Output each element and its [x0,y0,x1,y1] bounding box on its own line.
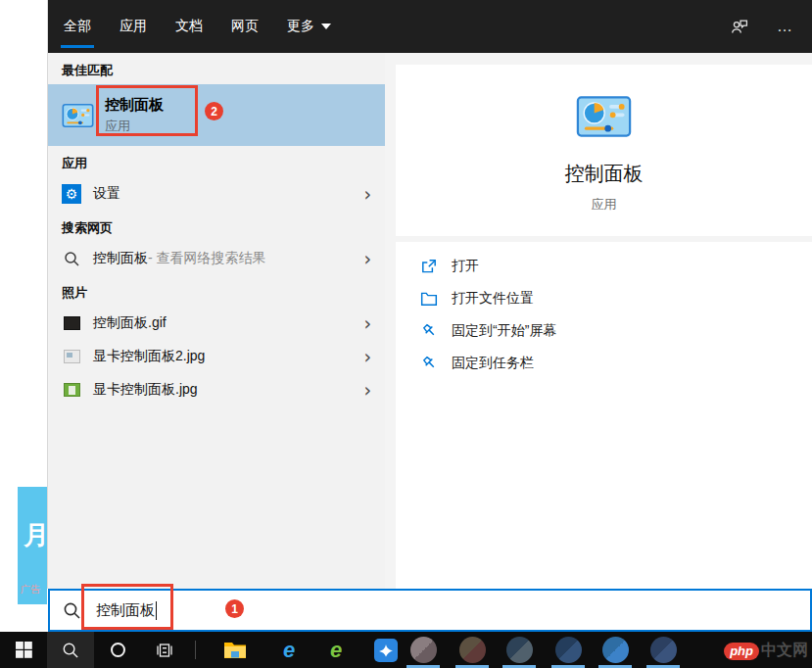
tab-more[interactable]: 更多 [287,0,331,53]
taskbar-separator [195,641,196,659]
ie-browser-icon: e [283,640,295,661]
task-view-icon [156,642,173,659]
cortana-button[interactable] [94,632,141,668]
result-detail-pane: 控制面板 应用 打开 [385,53,812,589]
filter-tabs: 全部 应用 文档 网页 更多 [64,0,331,53]
file-explorer-button[interactable] [212,632,259,668]
pin-icon [420,355,438,372]
detail-actions-card: 打开 打开文件位置 [396,242,812,589]
app-circle-icon [602,637,629,663]
chevron-down-icon [321,24,331,29]
result-photo-1[interactable]: 控制面板.gif › [48,307,385,340]
pinned-app-3[interactable] [496,632,543,668]
php-cn-watermark: php 中文网 [724,641,808,661]
search-icon [63,601,81,620]
tab-web[interactable]: 网页 [231,0,259,53]
photo-thumbnail-dark [62,316,81,330]
result-photo-3[interactable]: 显卡控制面板.jpg › [48,373,385,406]
folder-icon [420,290,438,308]
task-view-button[interactable] [141,632,188,668]
search-icon [62,642,79,659]
app-circle-icon [410,637,437,663]
chevron-right-icon[interactable]: › [363,187,371,201]
result-photo-2[interactable]: 显卡控制面板2.jpg › [48,340,385,373]
search-icon [62,251,81,267]
annotation-box-search-input [81,584,173,630]
cortana-circle-icon [111,643,125,657]
chevron-right-icon[interactable]: › [363,383,371,397]
action-pin-to-start[interactable]: 固定到“开始”屏幕 [396,314,812,347]
thunder-bird-icon [374,639,398,662]
taskbar: e e [0,632,812,668]
app-circle-icon [459,637,486,663]
section-header-apps: 应用 [48,146,385,177]
windows-logo-icon [16,642,32,658]
feedback-user-icon[interactable] [730,17,749,36]
photo-thumbnail-light [62,350,81,363]
pinned-app-5[interactable] [592,632,639,668]
annotation-box-best-match [96,85,198,136]
app-circle-icon [650,637,677,663]
taskbar-search-button[interactable] [47,632,94,668]
settings-gear-icon: ⚙ [62,184,81,204]
ie-browser-button[interactable]: e [265,632,312,668]
php-logo: php [724,643,759,660]
result-settings[interactable]: ⚙ 设置 › [48,177,385,211]
photo-thumbnail-green [62,383,81,397]
more-options-icon[interactable]: … [777,22,794,31]
pinned-app-6[interactable] [640,632,687,668]
detail-app-type: 应用 [592,196,617,214]
start-button[interactable] [0,632,47,668]
action-open-file-location[interactable]: 打开文件位置 [396,282,812,314]
result-web-search[interactable]: 控制面板 - 查看网络搜索结果 › [48,242,385,275]
ad-label: 广告 [21,583,40,596]
control-panel-icon-large [576,96,632,137]
control-panel-icon [62,104,94,127]
pinned-app-1[interactable] [400,632,447,668]
app-circle-icon [506,637,533,663]
pin-icon [420,322,438,340]
open-icon [420,258,438,275]
tab-all[interactable]: 全部 [64,0,91,53]
browser-360-button[interactable]: e [312,632,359,668]
section-header-photos: 照片 [48,275,385,307]
section-header-search-web: 搜索网页 [48,211,385,242]
windows-search-screen: 月 广告 全部 应用 文档 网页 更多 [0,0,812,668]
pinned-app-2[interactable] [449,632,496,668]
header-icons: … [730,17,794,36]
action-open[interactable]: 打开 [396,250,812,282]
ad-text: 月 [24,518,47,552]
section-header-best-match: 最佳匹配 [48,53,385,84]
annotation-badge-1: 1 [225,599,244,618]
chevron-right-icon[interactable]: › [363,252,371,265]
file-explorer-icon [223,641,247,660]
detail-app-card: 控制面板 应用 [396,65,812,236]
annotation-badge-2: 2 [205,102,223,120]
tab-apps[interactable]: 应用 [119,0,147,53]
watermark-text: 中文网 [761,641,808,661]
desktop-ad-banner: 月 广告 [18,487,47,604]
360-browser-icon: e [330,640,342,661]
tab-documents[interactable]: 文档 [175,0,203,53]
chevron-right-icon[interactable]: › [363,350,371,363]
pinned-app-4[interactable] [545,632,592,668]
detail-app-name: 控制面板 [565,161,644,187]
action-pin-to-taskbar[interactable]: 固定到任务栏 [396,347,812,379]
app-circle-icon [555,637,582,663]
search-filter-header: 全部 应用 文档 网页 更多 … [48,0,812,53]
chevron-right-icon[interactable]: › [363,316,371,330]
